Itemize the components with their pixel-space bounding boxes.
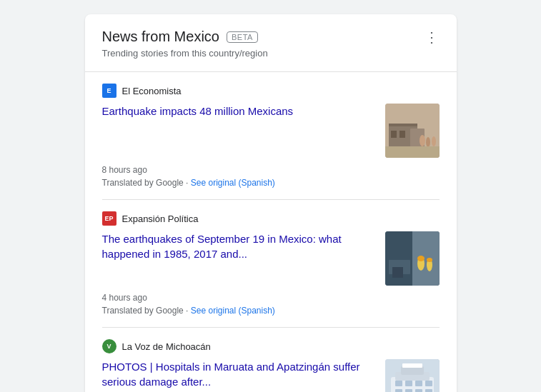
source-row: V La Voz de Michoacán	[102, 339, 440, 353]
card-subtitle: Trending stories from this country/regio…	[102, 48, 440, 59]
header-left: News from Mexico BETA	[102, 29, 258, 45]
news-item: EP Expansión Política The earthquakes of…	[102, 200, 440, 328]
source-name: El Economista	[122, 86, 182, 96]
timestamp: 8 hours ago	[102, 165, 440, 175]
beta-badge: BETA	[227, 31, 258, 43]
news-text: Earthquake impacts 48 million Mexicans	[102, 104, 377, 158]
svg-rect-23	[395, 381, 402, 386]
svg-rect-12	[412, 231, 440, 286]
translate-prefix: Translated by Google ·	[102, 178, 191, 188]
translate-prefix: Translated by Google ·	[102, 306, 191, 316]
news-thumbnail[interactable]	[385, 104, 440, 158]
news-thumbnail[interactable]	[385, 231, 440, 286]
svg-point-7	[426, 137, 430, 147]
timestamp: 4 hours ago	[102, 293, 440, 303]
news-text: The earthquakes of September 19 in Mexic…	[102, 231, 377, 286]
source-icon: V	[102, 339, 116, 353]
translate-row: Translated by Google · See original (Spa…	[102, 178, 440, 188]
svg-point-6	[420, 135, 425, 146]
svg-rect-28	[405, 389, 412, 392]
svg-rect-4	[399, 131, 405, 138]
svg-rect-24	[405, 381, 412, 386]
translate-row: Translated by Google · See original (Spa…	[102, 306, 440, 316]
svg-point-8	[432, 136, 436, 146]
source-row: EP Expansión Política	[102, 211, 440, 226]
svg-rect-3	[391, 131, 397, 138]
svg-rect-33	[402, 363, 422, 368]
news-content: Earthquake impacts 48 million Mexicans	[102, 104, 440, 158]
see-original-link[interactable]: See original (Spanish)	[191, 306, 275, 316]
svg-rect-14	[392, 267, 403, 278]
svg-rect-30	[425, 389, 432, 392]
news-headline[interactable]: PHOTOS | Hospitals in Maruata and Apatzi…	[102, 359, 377, 389]
source-icon: E	[102, 84, 116, 98]
svg-rect-9	[385, 146, 440, 158]
card-header: News from Mexico BETA ⋮	[102, 29, 440, 45]
news-list: E El Economista Earthquake impacts 48 mi…	[102, 72, 440, 392]
svg-rect-27	[395, 389, 402, 392]
source-row: E El Economista	[102, 84, 440, 98]
svg-rect-29	[415, 389, 422, 392]
news-content: PHOTOS | Hospitals in Maruata and Apatzi…	[102, 359, 440, 392]
more-options-icon[interactable]: ⋮	[425, 30, 440, 44]
svg-rect-5	[389, 124, 417, 126]
source-name: La Voz de Michoacán	[122, 341, 211, 352]
news-headline[interactable]: The earthquakes of September 19 in Mexic…	[102, 231, 377, 261]
svg-rect-26	[425, 381, 432, 386]
see-original-link[interactable]: See original (Spanish)	[191, 178, 275, 188]
svg-rect-25	[415, 381, 422, 386]
source-name: Expansión Política	[122, 213, 199, 224]
news-item: V La Voz de Michoacán PHOTOS | Hospitals…	[102, 328, 440, 392]
card-title: News from Mexico	[102, 29, 219, 45]
news-headline[interactable]: Earthquake impacts 48 million Mexicans	[102, 104, 377, 119]
news-thumbnail[interactable]	[385, 359, 440, 392]
svg-point-17	[417, 256, 425, 261]
source-icon: EP	[102, 211, 116, 226]
news-card: News from Mexico BETA ⋮ Trending stories…	[85, 14, 457, 392]
svg-point-18	[427, 258, 432, 262]
news-text: PHOTOS | Hospitals in Maruata and Apatzi…	[102, 359, 377, 392]
news-item: E El Economista Earthquake impacts 48 mi…	[102, 72, 440, 200]
news-content: The earthquakes of September 19 in Mexic…	[102, 231, 440, 286]
